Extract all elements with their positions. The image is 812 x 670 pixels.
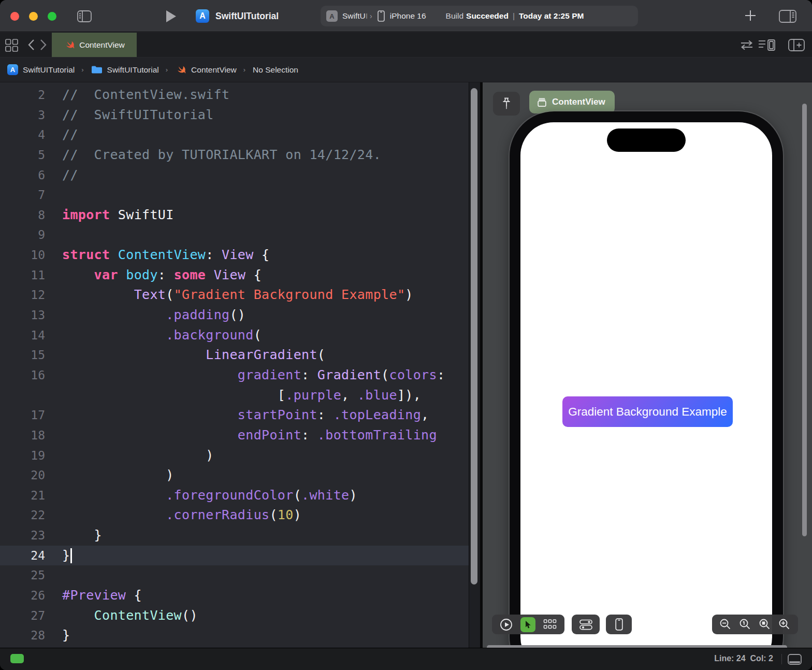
editor-scrollbar[interactable] — [469, 82, 480, 648]
code-line[interactable]: 11 var body: some View { — [0, 265, 469, 286]
tab-contentview[interactable]: ContentView — [52, 33, 137, 57]
line-number[interactable]: 26 — [0, 586, 45, 606]
zoom-actual-icon[interactable] — [739, 618, 751, 631]
code-line[interactable]: 5// Created by TUTORIALKART on 14/12/24. — [0, 145, 469, 165]
code-line[interactable]: 24} — [0, 546, 469, 566]
scheme-name[interactable]: SwiftU — [342, 11, 366, 21]
editor-scrollbar-thumb[interactable] — [471, 88, 477, 585]
activity-status[interactable]: Build Succeeded | Today at 2:25 PM — [446, 11, 584, 21]
line-number[interactable]: 28 — [0, 625, 45, 646]
code-line[interactable]: 18 endPoint: .bottomTrailing — [0, 425, 469, 446]
preview-vertical-scrollbar[interactable] — [802, 104, 807, 536]
device-icon[interactable] — [615, 618, 623, 631]
breadcrumb-selection[interactable]: No Selection — [253, 65, 298, 75]
code-line[interactable]: 9 — [0, 225, 469, 245]
code-line[interactable]: 14 .background( — [0, 325, 469, 346]
variants-grid-icon[interactable] — [543, 619, 557, 630]
code-line[interactable]: 3// SwiftUITutorial — [0, 105, 469, 125]
zoom-out-icon[interactable] — [719, 618, 732, 631]
code-line[interactable]: 22 .cornerRadius(10) — [0, 505, 469, 525]
line-number[interactable]: 12 — [0, 285, 45, 305]
line-number[interactable]: 7 — [0, 185, 45, 205]
breadcrumb-project[interactable]: A SwiftUITutorial — [7, 64, 75, 75]
line-number[interactable]: 23 — [0, 525, 45, 546]
line-number[interactable]: 24 — [0, 546, 45, 566]
code-text: #Preview { — [62, 588, 142, 603]
line-number[interactable]: 22 — [0, 505, 45, 525]
plus-icon[interactable] — [744, 9, 757, 22]
line-number[interactable]: 25 — [0, 565, 45, 586]
chevron-back-icon[interactable] — [27, 38, 35, 51]
line-number[interactable]: 13 — [0, 305, 45, 325]
code-line[interactable]: 21 .foregroundColor(.white) — [0, 486, 469, 506]
line-number[interactable]: 15 — [0, 345, 45, 365]
close-window-button[interactable] — [10, 12, 19, 21]
breakpoint-indicator[interactable] — [10, 654, 24, 663]
minimize-window-button[interactable] — [29, 12, 38, 21]
line-number[interactable]: 6 — [0, 165, 45, 186]
code-line[interactable]: 23 } — [0, 525, 469, 546]
line-number[interactable]: 21 — [0, 486, 45, 506]
breadcrumb-file[interactable]: ContentView — [175, 64, 237, 76]
code-line[interactable]: 15 LinearGradient( — [0, 345, 469, 365]
line-number[interactable]: 9 — [0, 225, 45, 245]
code-line[interactable]: 7 — [0, 185, 469, 205]
code-editor[interactable]: 2// ContentView.swift3// SwiftUITutorial… — [0, 82, 469, 648]
add-editor-icon[interactable] — [788, 39, 805, 51]
code-line[interactable]: [.purple, .blue]), — [0, 386, 469, 406]
code-line[interactable]: 20 ) — [0, 465, 469, 486]
zoom-in-icon[interactable] — [778, 618, 791, 631]
breadcrumb-item[interactable]: SwiftUITutorial — [23, 65, 75, 75]
code-line[interactable]: 10struct ContentView: View { — [0, 245, 469, 265]
swap-editors-icon[interactable] — [740, 39, 754, 51]
line-number[interactable]: 19 — [0, 446, 45, 466]
code-line[interactable]: 19 ) — [0, 446, 469, 466]
sidebar-toggle-icon[interactable] — [77, 10, 92, 22]
destination-device[interactable]: iPhone 16 — [390, 11, 426, 21]
code-line[interactable]: 25 — [0, 565, 469, 586]
preview-gradient-label[interactable]: Gradient Background Example — [562, 396, 733, 427]
line-number[interactable]: 10 — [0, 245, 45, 265]
code-line[interactable]: 6// — [0, 165, 469, 186]
line-number[interactable]: 8 — [0, 205, 45, 225]
line-number[interactable]: 11 — [0, 265, 45, 286]
editor-layout-icon[interactable] — [758, 39, 776, 51]
breadcrumb-item[interactable]: SwiftUITutorial — [107, 65, 159, 75]
preview-device-badge[interactable]: ContentView — [529, 91, 615, 113]
code-line[interactable]: 27 ContentView() — [0, 606, 469, 626]
related-items-icon[interactable] — [5, 39, 18, 52]
code-line[interactable]: 8import SwiftUI — [0, 205, 469, 225]
line-number[interactable]: 16 — [0, 365, 45, 386]
code-line[interactable]: 2// ContentView.swift — [0, 85, 469, 105]
code-line[interactable]: 4// — [0, 125, 469, 145]
code-line[interactable]: 16 gradient: Gradient(colors: — [0, 365, 469, 386]
breadcrumb-group[interactable]: SwiftUITutorial — [91, 65, 159, 75]
line-number[interactable]: 14 — [0, 325, 45, 346]
code-line[interactable]: 13 .padding() — [0, 305, 469, 325]
code-line[interactable]: 26#Preview { — [0, 586, 469, 606]
run-button[interactable] — [166, 10, 177, 23]
chevron-forward-icon[interactable] — [39, 38, 48, 51]
line-number[interactable]: 17 — [0, 405, 45, 425]
select-mode-button[interactable] — [520, 617, 535, 632]
line-number[interactable]: 5 — [0, 145, 45, 165]
line-number[interactable]: 20 — [0, 465, 45, 486]
code-line[interactable]: 28} — [0, 625, 469, 646]
line-number[interactable]: 18 — [0, 425, 45, 446]
code-line[interactable]: 12 Text("Gradient Background Example") — [0, 285, 469, 305]
line-number[interactable]: 2 — [0, 85, 45, 105]
zoom-window-button[interactable] — [48, 12, 56, 21]
canvas-mode-controls — [492, 615, 564, 634]
device-settings-icon[interactable] — [579, 619, 593, 631]
play-circle-icon[interactable] — [500, 618, 513, 631]
line-number[interactable]: 27 — [0, 606, 45, 626]
breadcrumb-item[interactable]: ContentView — [191, 65, 237, 75]
line-number[interactable]: 3 — [0, 105, 45, 125]
scheme-selector[interactable]: A SwiftUI › iPhone 16 Build Succeeded | … — [321, 6, 638, 26]
code-line[interactable]: 17 startPoint: .topLeading, — [0, 405, 469, 425]
line-number[interactable]: 4 — [0, 125, 45, 145]
pin-button[interactable] — [493, 92, 520, 116]
zoom-fit-icon[interactable] — [759, 618, 771, 631]
editor-only-icon[interactable] — [788, 654, 802, 665]
panel-right-icon[interactable] — [779, 10, 796, 23]
